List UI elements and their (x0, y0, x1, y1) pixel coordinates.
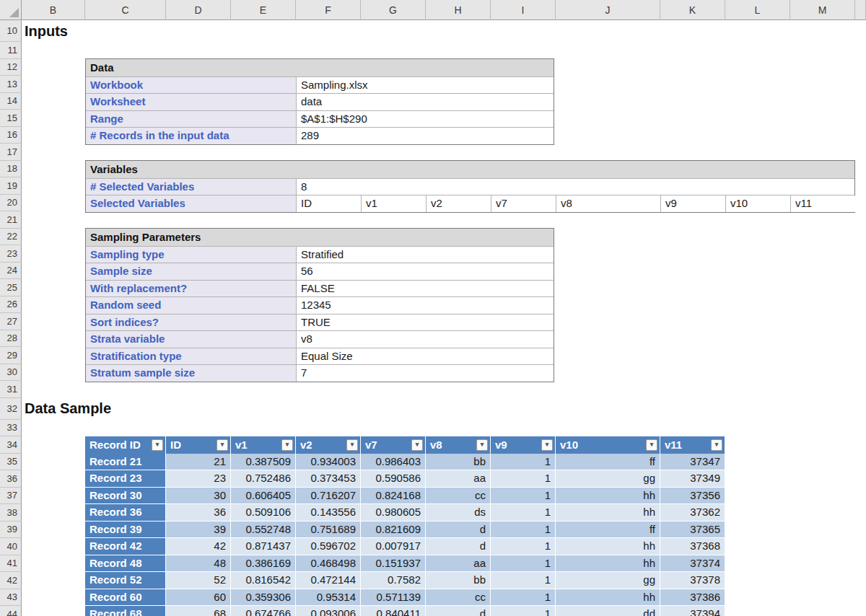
row-header-29[interactable]: 29 (0, 347, 22, 364)
row-header-10[interactable]: 10 (0, 20, 22, 42)
row-header-39[interactable]: 39 (0, 522, 22, 539)
data-cell[interactable]: 1 (491, 538, 556, 555)
data-cell[interactable]: 39 (166, 522, 231, 539)
data-cell[interactable]: 48 (166, 555, 231, 573)
data-cell[interactable]: gg (556, 572, 660, 589)
data-cell[interactable]: bb (426, 454, 491, 471)
row-label[interactable]: Stratification type (86, 348, 297, 365)
data-cell[interactable]: dd (556, 606, 660, 616)
row-header-13[interactable]: 13 (0, 76, 22, 93)
data-cell[interactable]: 0.986403 (361, 454, 426, 471)
sample-column-header-v10[interactable]: v10▾ (556, 436, 660, 454)
data-cell[interactable]: ds (426, 504, 491, 522)
filter-dropdown-button[interactable]: ▾ (346, 439, 358, 451)
column-header-M[interactable]: M (790, 0, 855, 20)
data-cell[interactable]: 0.571139 (361, 589, 426, 607)
selected-variable-cell[interactable]: v10 (726, 195, 791, 212)
row-value[interactable]: $A$1:$H$290 (297, 111, 554, 128)
data-cell[interactable]: 0.472144 (296, 572, 361, 589)
row-value[interactable]: 8 (297, 179, 854, 195)
data-cell[interactable]: 0.821609 (361, 522, 426, 539)
row-header-30[interactable]: 30 (0, 364, 22, 382)
row-header-18[interactable]: 18 (0, 161, 22, 178)
row-header-40[interactable]: 40 (0, 538, 22, 555)
row-label[interactable]: Worksheet (86, 94, 297, 110)
row-header-26[interactable]: 26 (0, 296, 22, 314)
row-header-22[interactable]: 22 (0, 229, 22, 246)
column-header-K[interactable]: K (660, 0, 725, 20)
column-header-D[interactable]: D (166, 0, 231, 20)
data-cell[interactable]: 37386 (660, 589, 725, 607)
sample-column-header-v9[interactable]: v9▾ (491, 436, 556, 454)
row-header-36[interactable]: 36 (0, 470, 22, 488)
row-header-31[interactable]: 31 (0, 381, 22, 398)
record-id-cell[interactable]: Record 23 (85, 470, 166, 488)
data-cell[interactable]: cc (426, 589, 491, 607)
data-cell[interactable]: bb (426, 572, 491, 589)
filter-dropdown-button[interactable]: ▾ (281, 439, 293, 451)
filter-dropdown-button[interactable]: ▾ (216, 439, 228, 451)
row-value[interactable]: TRUE (297, 314, 554, 331)
row-header-34[interactable]: 34 (0, 436, 22, 454)
column-header-F[interactable]: F (296, 0, 361, 20)
row-label[interactable]: Random seed (86, 297, 297, 314)
row-header-44[interactable]: 44 (0, 606, 22, 616)
row-label[interactable]: Sampling type (86, 247, 297, 263)
row-header-41[interactable]: 41 (0, 555, 22, 573)
row-label[interactable]: Selected Variables (86, 195, 297, 212)
column-header-J[interactable]: J (556, 0, 660, 20)
data-cell[interactable]: aa (426, 555, 491, 573)
selected-variable-cell[interactable]: v1 (362, 195, 427, 212)
data-cell[interactable]: hh (556, 555, 660, 573)
row-value[interactable]: v8 (297, 331, 554, 348)
sampling-table-header[interactable]: Sampling Parameters (86, 229, 554, 246)
row-header-28[interactable]: 28 (0, 330, 22, 348)
data-cell[interactable]: 68 (166, 606, 231, 616)
data-cell[interactable]: 0.590586 (361, 470, 426, 488)
data-table-header[interactable]: Data (86, 59, 554, 76)
data-cell[interactable]: 37374 (660, 555, 725, 573)
filter-dropdown-button[interactable]: ▾ (152, 439, 163, 451)
data-cell[interactable]: ff (556, 522, 660, 539)
data-cell[interactable]: 1 (491, 555, 556, 573)
selected-variable-cell[interactable]: v11 (791, 195, 856, 212)
row-label[interactable]: Sort indices? (86, 314, 297, 331)
row-header-43[interactable]: 43 (0, 589, 22, 607)
row-header-27[interactable]: 27 (0, 313, 22, 330)
data-cell[interactable]: 0.386169 (231, 555, 296, 573)
column-header-H[interactable]: H (426, 0, 491, 20)
data-cell[interactable]: d (426, 606, 491, 616)
data-cell[interactable]: 0.359306 (231, 589, 296, 607)
data-cell[interactable]: 1 (491, 470, 556, 488)
data-cell[interactable]: 1 (491, 504, 556, 522)
column-header-E[interactable]: E (231, 0, 296, 20)
row-value[interactable]: Equal Size (297, 348, 554, 365)
data-cell[interactable]: 0.7582 (361, 572, 426, 589)
sample-column-header-v2[interactable]: v2▾ (296, 436, 361, 454)
row-header-24[interactable]: 24 (0, 263, 22, 280)
record-id-cell[interactable]: Record 39 (85, 522, 166, 539)
data-cell[interactable]: d (426, 538, 491, 555)
data-cell[interactable]: d (426, 522, 491, 539)
record-id-cell[interactable]: Record 21 (85, 454, 166, 471)
row-header-12[interactable]: 12 (0, 59, 22, 76)
data-cell[interactable]: 0.840411 (361, 606, 426, 616)
select-all-corner[interactable] (0, 0, 22, 20)
row-header-14[interactable]: 14 (0, 93, 22, 110)
row-label[interactable]: With replacement? (86, 281, 297, 297)
row-header-17[interactable]: 17 (0, 144, 22, 161)
section-title-inputs[interactable]: Inputs (25, 20, 68, 42)
filter-dropdown-button[interactable]: ▾ (711, 439, 722, 451)
data-cell[interactable]: 0.816542 (231, 572, 296, 589)
row-value[interactable]: Stratified (297, 247, 554, 263)
data-cell[interactable]: 0.716207 (296, 488, 361, 505)
row-value[interactable]: Sampling.xlsx (297, 77, 554, 94)
row-label[interactable]: Range (86, 111, 297, 128)
row-header-23[interactable]: 23 (0, 245, 22, 263)
data-cell[interactable]: 0.674766 (231, 606, 296, 616)
row-label[interactable]: Strata variable (86, 331, 297, 348)
row-header-42[interactable]: 42 (0, 572, 22, 589)
variables-table-header[interactable]: Variables (86, 161, 854, 178)
sample-column-header-record-id[interactable]: Record ID▾ (85, 436, 166, 454)
row-value[interactable]: 56 (297, 263, 554, 280)
